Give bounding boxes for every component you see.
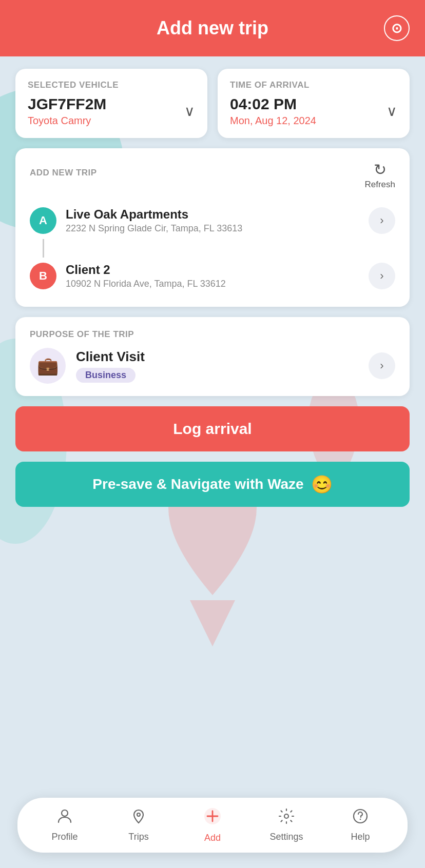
stop-letter-b: B	[39, 269, 47, 283]
nav-label-add: Add	[204, 833, 221, 843]
svg-point-10	[360, 819, 361, 820]
stop-circle-a: A	[30, 207, 56, 234]
trip-card: ADD NEW TRIP ↻ Refresh A Live Oak Apartm…	[15, 148, 410, 307]
trip-label: ADD NEW TRIP	[30, 168, 97, 178]
arrival-date: Mon, Aug 12, 2024	[230, 115, 316, 127]
bottom-spacer	[15, 517, 410, 609]
stop-arrow-b[interactable]: ›	[369, 263, 395, 289]
waze-button[interactable]: Pre-save & Navigate with Waze 😊	[15, 462, 410, 507]
stop-circle-b: B	[30, 263, 56, 289]
svg-point-3	[62, 810, 68, 816]
nav-label-settings: Settings	[269, 832, 303, 842]
header-help-button[interactable]: ⊙	[384, 15, 410, 41]
purpose-card: PURPOSE OF THE TRIP 💼 Client Visit Busin…	[15, 317, 410, 396]
vehicle-value-row: JGF7FF2M Toyota Camry ∨	[28, 95, 195, 127]
arrival-values: 04:02 PM Mon, Aug 12, 2024	[230, 95, 316, 127]
vehicle-chevron-icon: ∨	[184, 103, 195, 120]
help-icon: ⊙	[391, 21, 402, 36]
nav-item-help[interactable]: Help	[335, 808, 386, 842]
chevron-right-icon-a: ›	[380, 214, 383, 227]
briefcase-icon: 💼	[37, 356, 59, 376]
stop-letter-a: A	[39, 214, 47, 227]
arrival-time: 04:02 PM	[230, 95, 316, 113]
arrival-chevron-icon: ∨	[387, 103, 397, 120]
stop-divider	[30, 239, 395, 258]
purpose-arrow[interactable]: ›	[369, 352, 395, 379]
settings-icon	[278, 808, 295, 828]
nav-item-settings[interactable]: Settings	[261, 808, 312, 842]
header-title: Add new trip	[157, 17, 268, 39]
purpose-name: Client Visit	[76, 349, 358, 365]
profile-icon	[56, 808, 73, 828]
nav-item-trips[interactable]: Trips	[113, 808, 164, 842]
chevron-right-icon-b: ›	[380, 269, 383, 283]
arrival-label: TIME OF ARRIVAL	[230, 80, 397, 90]
nav-item-add[interactable]: Add	[187, 807, 238, 843]
trip-card-header: ADD NEW TRIP ↻ Refresh	[30, 161, 395, 190]
nav-label-trips: Trips	[128, 832, 148, 842]
vehicle-model: Toyota Camry	[28, 115, 106, 127]
nav-label-profile: Profile	[51, 832, 78, 842]
refresh-label: Refresh	[364, 180, 395, 190]
purpose-icon-wrap: 💼	[30, 348, 66, 384]
stop-name-b: Client 2	[66, 263, 359, 277]
stop-arrow-a[interactable]: ›	[369, 207, 395, 234]
stop-item-a: A Live Oak Apartments 2232 N Spring Glad…	[30, 202, 395, 239]
purpose-badge: Business	[76, 368, 136, 383]
stop-line	[43, 239, 44, 258]
waze-icon: 😊	[311, 474, 333, 495]
stop-name-a: Live Oak Apartments	[66, 207, 359, 222]
bottom-nav: Profile Trips Add Settings	[17, 798, 408, 853]
refresh-button[interactable]: ↻ Refresh	[364, 161, 395, 190]
stop-info-a: Live Oak Apartments 2232 N Spring Glade …	[66, 207, 359, 234]
vehicle-card[interactable]: SELECTED VEHICLE JGF7FF2M Toyota Camry ∨	[15, 69, 207, 138]
header: Add new trip ⊙	[0, 0, 425, 56]
arrival-value-row: 04:02 PM Mon, Aug 12, 2024 ∨	[230, 95, 397, 127]
stop-address-b: 10902 N Florida Ave, Tampa, FL 33612	[66, 279, 359, 289]
purpose-label: PURPOSE OF THE TRIP	[30, 329, 395, 340]
svg-point-4	[137, 813, 140, 816]
main-content: SELECTED VEHICLE JGF7FF2M Toyota Camry ∨…	[0, 56, 425, 609]
purpose-info: Client Visit Business	[76, 349, 358, 383]
chevron-right-icon-purpose: ›	[380, 359, 383, 372]
stop-item-b: B Client 2 10902 N Florida Ave, Tampa, F…	[30, 258, 395, 294]
nav-label-help: Help	[351, 832, 370, 842]
vehicle-id: JGF7FF2M	[28, 95, 106, 113]
log-arrival-button[interactable]: Log arrival	[15, 406, 410, 451]
waze-button-text: Pre-save & Navigate with Waze	[92, 476, 303, 492]
top-row: SELECTED VEHICLE JGF7FF2M Toyota Camry ∨…	[15, 69, 410, 138]
trips-icon	[130, 808, 147, 828]
refresh-icon: ↻	[374, 161, 387, 179]
stop-info-b: Client 2 10902 N Florida Ave, Tampa, FL …	[66, 263, 359, 289]
vehicle-label: SELECTED VEHICLE	[28, 80, 195, 90]
help-nav-icon	[352, 808, 369, 828]
add-icon	[203, 807, 222, 830]
purpose-item: 💼 Client Visit Business ›	[30, 348, 395, 384]
arrival-card[interactable]: TIME OF ARRIVAL 04:02 PM Mon, Aug 12, 20…	[218, 69, 410, 138]
stop-address-a: 2232 N Spring Glade Cir, Tampa, FL 33613	[66, 223, 359, 234]
svg-point-8	[284, 814, 288, 818]
nav-item-profile[interactable]: Profile	[39, 808, 90, 842]
vehicle-id-value: JGF7FF2M Toyota Camry	[28, 95, 106, 127]
